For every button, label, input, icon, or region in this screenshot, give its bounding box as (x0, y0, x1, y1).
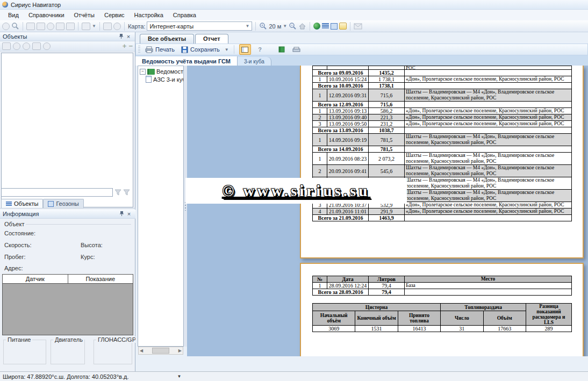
ruler-icon[interactable] (103, 23, 112, 30)
measure-icon[interactable] (66, 23, 75, 30)
state-label: Состояние: (4, 230, 35, 236)
toggle-parameters-button[interactable] (239, 44, 251, 55)
issue-header-row: № Дата Литров Место (313, 276, 572, 283)
reading-col-header: Показание (68, 275, 133, 283)
page-setup-button[interactable] (291, 44, 303, 55)
vehicle-menu-icon[interactable] (82, 23, 90, 30)
issue-data-row: 1 28.09.2016 12:24 79,4 База (313, 283, 572, 289)
watermark-text: © www.sirius.su (223, 182, 370, 200)
remove-object-button[interactable]: − (128, 43, 133, 49)
status-dropdown-icon[interactable]: ▼ (177, 374, 181, 379)
add-object-button[interactable]: + (123, 43, 127, 49)
sensor-table-header: Датчик Показание (3, 275, 133, 284)
vehicle-menu-caret-icon[interactable]: ▼ (92, 24, 96, 28)
report-book-icon (147, 69, 155, 75)
select-rect-icon[interactable] (26, 23, 35, 30)
menu-bar: Вид Справочники Отчёты Сервис Настройка … (0, 10, 588, 20)
globe-icon[interactable] (313, 23, 320, 30)
map-select[interactable]: Интернет-карты ▼ (147, 21, 252, 31)
report-content: − Ведомость учёта выдачи ГСМ АЗС 3-и куб… (135, 66, 588, 356)
tab-fuel-report[interactable]: Ведомость учёта выдачи ГСМ (135, 56, 238, 66)
menu-item-reports[interactable]: Отчёты (69, 11, 99, 19)
objects-list[interactable] (1, 53, 133, 207)
tree-root-label: Ведомость учёта выдачи ГСМ (156, 68, 184, 75)
menu-item-directories[interactable]: Справочники (24, 11, 69, 19)
track-object-icon[interactable] (2, 42, 11, 50)
tab-geozones-label: Геозоны (56, 200, 78, 207)
speed-label: Скорость: (4, 242, 32, 248)
workspace-tabs: Все объекты Отчет (135, 32, 228, 44)
zoom-scale-caret-icon[interactable]: ▼ (283, 24, 287, 28)
toolbar-grip[interactable] (138, 46, 140, 53)
table-row: 113.09.2016 09:13586,2«Дон», Пролетарско… (313, 108, 572, 114)
total-row: Всего за 12.09.2016715,6 (313, 102, 572, 108)
filter-input[interactable] (1, 188, 113, 197)
scroll-right-icon[interactable]: ▶ (178, 348, 182, 353)
select-polygon-icon[interactable] (37, 23, 45, 30)
report-viewer[interactable]: РОСВсего за 09.09.20161435,2110.09.2016 … (187, 66, 588, 356)
magnifier-icon[interactable] (11, 22, 19, 30)
menu-item-view[interactable]: Вид (3, 11, 24, 19)
tab-all-objects[interactable]: Все объекты (140, 34, 194, 44)
save-button[interactable]: Сохранить (180, 46, 221, 54)
address-label: Адрес: (4, 265, 23, 271)
menu-item-settings[interactable]: Настройка (130, 11, 168, 19)
tab-3-cubes[interactable]: 3-и куба (238, 57, 271, 66)
info-close-icon[interactable]: × (125, 210, 133, 218)
print-button[interactable]: Печать (144, 46, 176, 54)
binoculars-icon[interactable] (13, 42, 20, 50)
save-button-label: Сохранить (190, 46, 220, 53)
object-list-icon[interactable] (322, 23, 329, 29)
mileage-label: Пробег: (4, 254, 26, 260)
globe-gray-icon[interactable] (113, 23, 121, 30)
info-pin-icon[interactable] (118, 210, 125, 218)
vehicle-icon[interactable] (32, 42, 41, 50)
tab-geozones[interactable]: Геозоны (43, 199, 83, 208)
menu-item-help[interactable]: Справка (168, 11, 201, 19)
home-icon[interactable] (298, 23, 306, 30)
save-dropdown-caret-icon[interactable]: ▼ (225, 47, 229, 52)
clear-filter-icon[interactable] (123, 189, 130, 196)
pan-hand-icon[interactable] (2, 23, 10, 30)
mail-icon[interactable] (354, 23, 362, 30)
scroll-left-icon[interactable]: ◀ (140, 348, 143, 353)
map-select-caret-icon: ▼ (246, 24, 250, 28)
filter-icon[interactable] (114, 189, 121, 196)
report-tree: − Ведомость учёта выдачи ГСМ АЗС 3-и куб… (138, 66, 184, 347)
tab-report[interactable]: Отчет (195, 34, 228, 44)
total-row: Всего за 10.09.20161738,1 (313, 83, 572, 89)
geozone-icon[interactable] (331, 23, 338, 30)
vertical-splitter[interactable] (184, 66, 187, 347)
table-row: 114.09.2016 09:19781,5Шахты — Владимиров… (313, 134, 572, 146)
zoom-scale-value[interactable]: 20 м (269, 23, 281, 30)
tab-objects[interactable]: Объекты (1, 199, 43, 208)
left-panel-tabs: Объекты Геозоны (0, 199, 135, 209)
zoom-out-icon[interactable] (289, 22, 297, 30)
close-icon[interactable]: × (125, 33, 132, 40)
sphere-icon[interactable] (43, 42, 51, 50)
tree-h-scrollbar[interactable]: ◀ ▶ (138, 347, 183, 355)
select-area-icon[interactable] (56, 23, 64, 30)
tree-node-child[interactable]: АЗС 3-и куба (146, 76, 183, 83)
pin-icon[interactable] (117, 33, 125, 40)
select-circle-icon[interactable] (47, 23, 54, 30)
tree-node-root[interactable]: − Ведомость учёта выдачи ГСМ (140, 68, 183, 75)
power-group: Питание (3, 340, 46, 364)
report-doc-tabs: Ведомость учёта выдачи ГСМ 3-и куба (135, 55, 588, 66)
total-row: Всего за 13.09.20161038,7 (313, 127, 572, 134)
app-icon (2, 2, 8, 8)
altitude-label: Высота: (81, 242, 103, 248)
edit-note-icon[interactable] (339, 23, 347, 30)
glonass-group-label: ГЛОНАСС/GPS (96, 336, 141, 343)
printer-icon (145, 46, 153, 53)
total-row: Всего за 21.09.20161463,9 (313, 215, 572, 221)
report-book-button[interactable] (276, 44, 288, 55)
scroll-thumb[interactable] (152, 348, 169, 354)
collapse-icon[interactable]: − (140, 69, 146, 75)
zoom-in-icon[interactable] (259, 22, 267, 30)
engine-group: Двигатель (51, 340, 85, 364)
globe-small-icon[interactable] (23, 42, 30, 50)
menu-item-service[interactable]: Сервис (99, 11, 130, 19)
filter-row (1, 187, 134, 198)
help-button[interactable]: ? (254, 44, 266, 55)
